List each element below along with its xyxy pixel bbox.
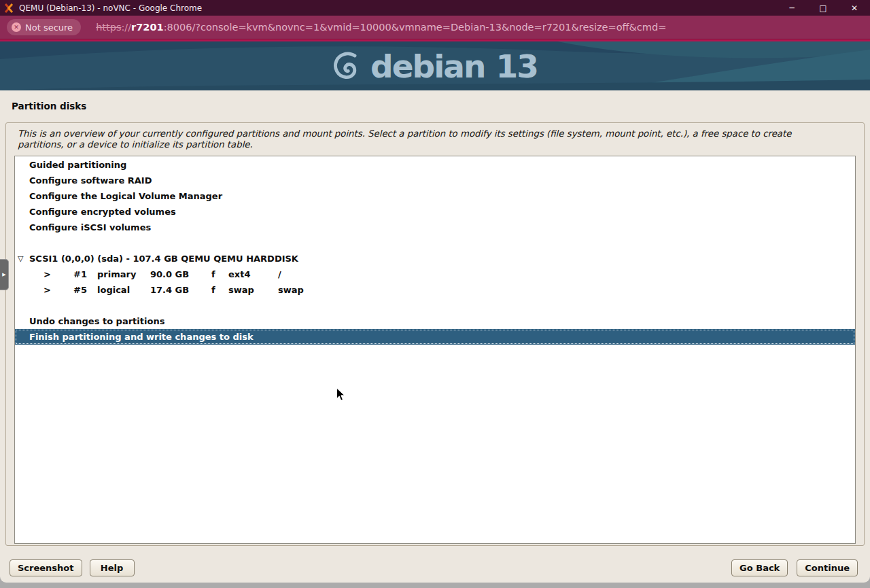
footer-left-buttons: Screenshot Help (10, 559, 135, 576)
list-item-disk-header[interactable]: ▽ SCSI1 (0,0,0) (sda) - 107.4 GB QEMU QE… (15, 251, 855, 266)
chevron-right-icon: ▶ (2, 272, 5, 277)
help-button[interactable]: Help (90, 559, 135, 576)
debian-logo: debian 13 (0, 41, 870, 90)
debian-swirl-icon (332, 48, 361, 84)
list-item-partition-5[interactable]: > #5 logical 17.4 GB f swap swap (15, 282, 855, 298)
url-separator: :// (121, 22, 131, 33)
list-item-iscsi-volumes[interactable]: Configure iSCSI volumes (15, 220, 855, 235)
screenshot-button[interactable]: Screenshot (10, 559, 82, 576)
security-badge-label: Not secure (25, 22, 73, 33)
page-description: This is an overview of your currently co… (18, 128, 837, 150)
debian-logo-text: debian (370, 50, 485, 82)
partition-list: Guided partitioning Configure software R… (14, 156, 856, 544)
page-title: Partition disks (12, 101, 86, 111)
maximize-button[interactable]: □ (807, 0, 839, 16)
debian-version: 13 (496, 50, 538, 82)
address-bar[interactable]: https://r7201:8006/?console=kvm&novnc=1&… (96, 22, 666, 33)
mouse-cursor (336, 387, 346, 402)
continue-button[interactable]: Continue (797, 559, 858, 576)
not-secure-icon: ✕ (12, 22, 21, 32)
security-badge[interactable]: ✕ Not secure (7, 19, 81, 35)
close-button[interactable]: ✕ (839, 0, 870, 16)
list-item-finish-partitioning[interactable]: Finish partitioning and write changes to… (15, 329, 855, 345)
novnc-app-icon (4, 3, 14, 13)
list-item-undo-changes[interactable]: Undo changes to partitions (15, 313, 855, 329)
novnc-sidebar-handle[interactable]: ▶ (0, 259, 9, 290)
window-controls: ─ □ ✕ (776, 0, 870, 16)
partition-arrow-icon: > (44, 266, 51, 282)
debian-banner: debian 13 (0, 41, 870, 90)
footer-right-buttons: Go Back Continue (731, 559, 858, 576)
list-item-guided-partitioning[interactable]: Guided partitioning (15, 157, 855, 173)
browser-toolbar: ✕ Not secure https://r7201:8006/?console… (0, 16, 870, 39)
installer-window: Partition disks This is an overview of y… (0, 90, 870, 583)
list-item-encrypted-volumes[interactable]: Configure encrypted volumes (15, 204, 855, 220)
go-back-button[interactable]: Go Back (731, 559, 788, 576)
window-title: QEMU (Debian-13) - noVNC - Google Chrome (19, 3, 202, 13)
minimize-button[interactable]: ─ (776, 0, 807, 16)
list-item-partition-1[interactable]: > #1 primary 90.0 GB f ext4 / (15, 266, 855, 282)
url-scheme: https (96, 22, 121, 33)
url-path: :8006/?console=kvm&novnc=1&vmid=10000&vm… (164, 22, 667, 33)
list-spacer (15, 235, 855, 251)
browser-titlebar: QEMU (Debian-13) - noVNC - Google Chrome… (0, 0, 870, 16)
bottom-band (0, 583, 870, 588)
partition-arrow-icon: > (44, 282, 51, 298)
list-item-lvm[interactable]: Configure the Logical Volume Manager (15, 188, 855, 204)
list-item-software-raid[interactable]: Configure software RAID (15, 173, 855, 188)
expander-open-icon[interactable]: ▽ (18, 251, 23, 266)
url-host: r7201 (131, 22, 164, 33)
content-frame: This is an overview of your currently co… (5, 122, 865, 546)
list-spacer (15, 298, 855, 313)
